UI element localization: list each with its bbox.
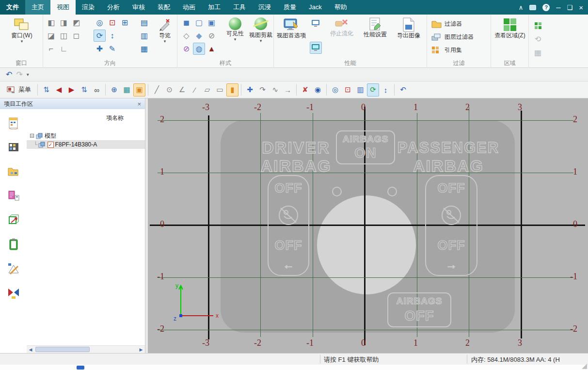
regenerate-icon[interactable]: ⟳ — [367, 83, 379, 97]
panel-title-bar[interactable]: 项目工作区 × — [0, 98, 145, 109]
tab-assembly[interactable]: 装配 — [151, 0, 176, 15]
shaded-style-icon[interactable]: ◼ — [180, 16, 192, 29]
tab-view[interactable]: 视图 — [50, 0, 76, 15]
cone-style-icon[interactable]: ▲ — [206, 43, 218, 55]
view-clip-button[interactable]: 视图剪裁 ▾ — [248, 16, 273, 43]
sphere-style-icon[interactable]: ◍ — [193, 43, 205, 55]
zoom-region-icon[interactable]: ⊡ — [342, 83, 354, 97]
measure-distance-icon[interactable]: ∕ — [189, 83, 201, 97]
view-back-icon[interactable]: ⌐ — [45, 43, 57, 55]
window-button[interactable]: 窗口(W) ▾ — [8, 16, 36, 44]
expander-collapse-icon[interactable]: ⊟ — [30, 132, 34, 139]
window-layout-2-icon[interactable]: ▥ — [138, 30, 150, 42]
minimize-icon[interactable]: ─ — [556, 4, 560, 11]
stereo-glasses-icon[interactable]: ∞ — [91, 83, 103, 97]
layer-filter-button[interactable]: 图层过滤器 — [431, 32, 474, 42]
project-workspace-icon[interactable] — [6, 116, 21, 130]
measure-angle-icon[interactable]: ∠ — [176, 83, 188, 97]
transparent-style-icon[interactable]: ⊘ — [180, 43, 192, 55]
measure-line-icon[interactable]: ╱ — [151, 83, 163, 97]
capture-image-icon[interactable]: ▥ — [354, 83, 366, 97]
visibility-button[interactable]: 可见性 ▾ — [223, 16, 247, 42]
export-image-button[interactable]: 导出图像 — [393, 16, 424, 39]
stop-streaming-button[interactable]: 停止流化 — [325, 16, 358, 37]
filter-button[interactable]: 过滤器 — [431, 18, 462, 29]
tab-machining[interactable]: 加工 — [202, 0, 227, 15]
undo-view-icon[interactable]: ↶ — [397, 83, 409, 97]
horizontal-scrollbar[interactable]: ◀ ▶ — [27, 345, 145, 353]
window-style-icon[interactable] — [529, 5, 536, 10]
folder-structure-icon[interactable] — [6, 164, 21, 179]
view-bottom-icon[interactable]: ◫ — [58, 30, 70, 42]
frame-list-icon[interactable]: ⇅ — [78, 83, 90, 97]
bound-rect-icon[interactable]: ▭ — [214, 83, 226, 97]
view-left-icon[interactable]: ◪ — [45, 30, 57, 42]
restore-icon[interactable]: ❏ — [567, 4, 573, 11]
window-layout-1-icon[interactable]: ▤ — [138, 16, 150, 29]
pan-view-icon[interactable]: ✚ — [94, 43, 106, 55]
first-frame-icon[interactable]: ◀ — [53, 83, 65, 97]
zoom-in-out-icon[interactable]: ⊞ — [119, 16, 131, 29]
markup-icon[interactable] — [6, 286, 21, 300]
tab-analysis[interactable]: 分析 — [101, 0, 126, 15]
measure-tools-icon[interactable] — [6, 261, 21, 276]
section-box-icon[interactable]: ▮ — [226, 83, 238, 97]
tab-home[interactable]: 主页 — [25, 0, 50, 15]
tab-quality[interactable]: 质量 — [277, 0, 302, 15]
view-preferences-button[interactable]: 视图首选项 — [276, 16, 307, 39]
bound-box-icon[interactable]: ▱ — [201, 83, 213, 97]
world-icon[interactable]: ⊕ — [108, 83, 120, 97]
checkbox-checked-icon[interactable]: ✓ — [48, 142, 54, 148]
tab-jack[interactable]: Jack — [302, 0, 328, 15]
web-link-icon[interactable]: ◉ — [312, 83, 324, 97]
measure-circle-icon[interactable]: ⊙ — [163, 83, 175, 97]
reference-set-button[interactable]: 引用集 — [431, 45, 462, 55]
navigate-button[interactable]: 导览 ▾ — [154, 16, 176, 44]
mini-refresh-icon[interactable]: ⟲ — [532, 33, 544, 45]
scroll-left-icon[interactable]: ◀ — [27, 346, 34, 353]
model-view-icon[interactable]: ▣ — [133, 83, 145, 97]
walkthrough-icon[interactable]: → — [282, 83, 294, 97]
last-frame-icon[interactable]: ▶ — [65, 83, 78, 97]
zoom-icon[interactable]: ◎ — [329, 83, 341, 97]
help-icon[interactable]: ? — [542, 4, 550, 11]
fit-height-icon[interactable]: ↕ — [380, 83, 392, 97]
scroll-right-icon[interactable]: ▶ — [137, 346, 145, 353]
streaming-active-icon[interactable] — [310, 42, 322, 54]
spline-path-icon[interactable]: ∿ — [269, 83, 281, 97]
close-icon[interactable]: × — [579, 3, 583, 12]
tab-animation[interactable]: 动画 — [176, 0, 202, 15]
edges-style-icon[interactable]: ◆ — [193, 30, 205, 42]
redo-icon[interactable]: ↷ — [16, 70, 22, 79]
pan-move-icon[interactable]: ✚ — [244, 83, 256, 97]
view-right-icon[interactable]: ◻ — [70, 30, 82, 42]
configuration-icon[interactable] — [6, 189, 21, 203]
tab-render[interactable]: 渲染 — [76, 0, 101, 15]
collapse-ribbon-icon[interactable]: ∧ — [519, 4, 524, 11]
mini-grid-icon[interactable]: ▦ — [532, 47, 544, 59]
column-header[interactable]: 项名称 — [27, 109, 145, 127]
arc-rotate-icon[interactable]: ↷ — [256, 83, 269, 97]
view-top-icon[interactable]: ◨ — [58, 16, 70, 29]
wireframe-style-icon[interactable]: ▢ — [193, 16, 205, 29]
animation-icon[interactable] — [6, 140, 21, 155]
view-area-button[interactable]: 查看区域(Z) — [493, 16, 527, 39]
mini-area-grid-icon[interactable] — [532, 19, 544, 32]
zoom-window-icon[interactable]: ⊡ — [106, 16, 118, 29]
fit-view-icon[interactable]: ↕ — [106, 30, 118, 42]
performance-settings-button[interactable]: 性能设置 — [360, 16, 390, 38]
tab-tools[interactable]: 工具 — [227, 0, 252, 15]
viewport-canvas[interactable]: -3 -2 -1 0 1 2 3 -3 -2 -1 0 1 2 3 2 1 0 … — [148, 98, 588, 353]
tab-file[interactable]: 文件 — [0, 0, 25, 15]
qat-dropdown-icon[interactable]: ▾ — [27, 72, 29, 77]
perspective-icon[interactable]: ✎ — [106, 43, 118, 55]
pmi-3d-icon[interactable] — [6, 213, 21, 227]
textured-style-icon[interactable]: ▣ — [206, 16, 218, 29]
streaming-monitor-icon[interactable] — [310, 17, 322, 30]
view-corner-icon[interactable]: ◩ — [70, 16, 82, 29]
tab-review[interactable]: 审核 — [126, 0, 151, 15]
invisible-style-icon[interactable]: ⊘ — [206, 30, 218, 42]
resize-grip[interactable]: ◢ — [582, 362, 587, 370]
panel-close-icon[interactable]: × — [137, 100, 141, 108]
tree-row-part[interactable]: └ ✓ F8PF-14B380-A — [27, 140, 145, 149]
